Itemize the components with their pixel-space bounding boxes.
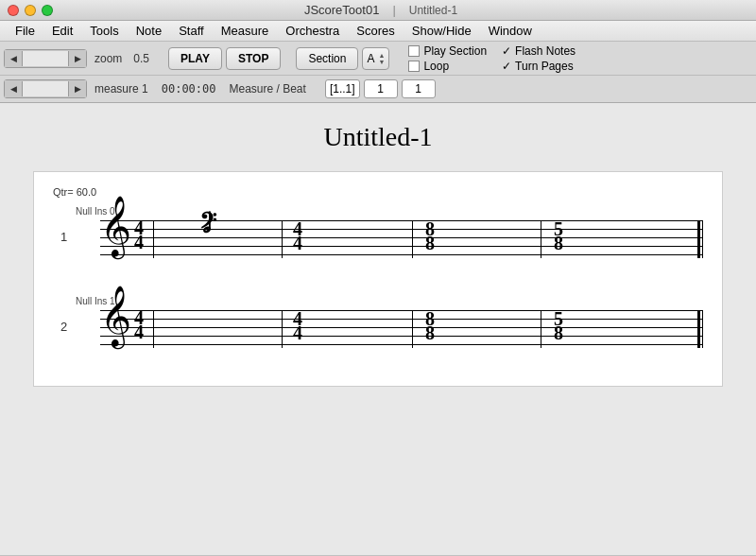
scroll-track-bottom[interactable]: [22, 81, 69, 96]
barline-m4-2: [541, 310, 541, 348]
checked-options-group: ✓ Flash Notes ✓ Turn Pages: [502, 44, 576, 73]
staff-system-1: 1 Null Ins 0 𝄞 4 4 𝄢 𝅗𝅥: [53, 201, 703, 282]
scroll-control-bottom[interactable]: ◀ ▶: [4, 79, 87, 98]
toolbar-container: ◀ ▶ zoom 0.5 PLAY STOP Section A ▲ ▼ Pla…: [0, 42, 756, 103]
toolbar-row1: ◀ ▶ zoom 0.5 PLAY STOP Section A ▲ ▼ Pla…: [0, 42, 756, 76]
window-title: Untitled-1: [409, 4, 457, 17]
time-display: 00:00:00: [162, 82, 216, 96]
menu-window[interactable]: Window: [481, 22, 540, 41]
flash-notes-checkmark-icon: ✓: [502, 44, 511, 58]
staff-number-2: 2: [60, 320, 67, 334]
section-button[interactable]: Section: [296, 47, 358, 70]
menu-scores[interactable]: Scores: [349, 22, 402, 41]
scroll-right-btn2[interactable]: ▶: [69, 80, 86, 97]
scroll-track-top[interactable]: [22, 51, 69, 66]
score-title: Untitled-1: [323, 122, 432, 152]
barline-end-thick-1: [697, 220, 700, 258]
beat-input1[interactable]: 1: [364, 79, 398, 98]
minimize-button[interactable]: [25, 5, 36, 16]
stop-button[interactable]: STOP: [226, 47, 281, 70]
title-bar: JScoreToot01 | Untitled-1: [0, 0, 756, 21]
maximize-button[interactable]: [42, 5, 53, 16]
time-m3-bot-1: 8: [425, 233, 435, 254]
time-m4-bot-2: 8: [554, 322, 563, 344]
barline-m3-2: [412, 310, 413, 348]
score-area: Qtr= 60.0 1 Null Ins 0 𝄞 4 4: [33, 171, 723, 387]
close-button[interactable]: [8, 5, 19, 16]
loop-label: Loop: [423, 60, 449, 73]
barline-m4-1: [541, 220, 541, 258]
zoom-label: zoom: [94, 52, 122, 65]
menu-tools[interactable]: Tools: [82, 22, 126, 41]
barline-m2-2: [282, 310, 283, 348]
treble-clef-1: 𝄞: [100, 200, 131, 252]
menu-showhide[interactable]: Show/Hide: [404, 22, 479, 41]
loop-checkbox[interactable]: [408, 61, 420, 72]
time-m2-bot-2: 4: [293, 322, 302, 344]
menu-edit[interactable]: Edit: [44, 22, 80, 41]
loop-row: Loop: [408, 60, 487, 73]
play-section-row: Play Section: [408, 44, 487, 58]
barline-start-2: [153, 310, 154, 348]
staff-system-2: 2 Null Ins 1 𝄞 4 4 4 4: [53, 291, 703, 372]
zoom-value: 0.5: [133, 52, 149, 65]
turn-pages-checkmark-icon: ✓: [502, 60, 511, 73]
app-title-area: JScoreToot01 | Untitled-1: [299, 3, 457, 17]
turn-pages-row: ✓ Turn Pages: [502, 60, 576, 73]
app-name: JScoreToot01: [304, 3, 380, 17]
play-section-checkbox[interactable]: [408, 45, 420, 57]
barline-m3-1: [412, 220, 413, 258]
section-select[interactable]: A ▲ ▼: [362, 47, 389, 70]
window-controls: [8, 5, 53, 16]
section-arrows-icon[interactable]: ▲ ▼: [378, 52, 385, 65]
time-m4-bot-1: 8: [554, 233, 563, 254]
beat-label: Measure / Beat: [230, 82, 306, 96]
scroll-right-btn[interactable]: ▶: [69, 50, 86, 67]
chord-m1-s1: 𝄢: [199, 209, 216, 240]
menu-file[interactable]: File: [8, 22, 43, 41]
barline-end-1: [702, 220, 703, 258]
flash-notes-row: ✓ Flash Notes: [502, 44, 576, 58]
menu-measure[interactable]: Measure: [214, 22, 277, 41]
main-content: Untitled-1 Qtr= 60.0 1 Null Ins 0 𝄞 4 4: [0, 103, 756, 555]
menu-staff[interactable]: Staff: [171, 22, 212, 41]
barline-m2-1: [282, 220, 283, 258]
staff-lines-1: [100, 220, 703, 263]
staff-number-1: 1: [60, 230, 67, 244]
time-sig-bottom-2: 4: [134, 322, 144, 341]
checkbox-group-left: Play Section Loop: [408, 44, 487, 73]
menu-bar: File Edit Tools Note Staff Measure Orche…: [0, 21, 756, 42]
barline-end-thick-2: [697, 310, 700, 348]
scroll-control-top[interactable]: ◀ ▶: [4, 49, 87, 68]
turn-pages-label: Turn Pages: [515, 60, 574, 73]
section-value: A: [367, 52, 374, 65]
staff-lines-2: [100, 310, 703, 353]
tempo-marking: Qtr= 60.0: [53, 186, 703, 198]
time-m2-bot-1: 4: [293, 233, 302, 254]
range-display: [1..1]: [325, 79, 360, 98]
barline-start-1: [153, 220, 154, 258]
flash-notes-label: Flash Notes: [515, 44, 576, 58]
time-m3-bot-2: 8: [425, 322, 435, 344]
scroll-left-btn2[interactable]: ◀: [5, 80, 22, 97]
treble-clef-2: 𝄞: [100, 289, 131, 342]
measure-position-label: measure 1: [94, 82, 148, 96]
beat-input2[interactable]: 1: [402, 79, 436, 98]
play-button[interactable]: PLAY: [168, 47, 222, 70]
play-section-label: Play Section: [423, 44, 487, 58]
time-sig-bottom-1: 4: [134, 233, 144, 252]
menu-note[interactable]: Note: [129, 22, 169, 41]
scroll-left-btn[interactable]: ◀: [5, 50, 22, 67]
toolbar-row2: ◀ ▶ measure 1 00:00:00 Measure / Beat [1…: [0, 76, 756, 102]
menu-orchestra[interactable]: Orchestra: [278, 22, 347, 41]
barline-end-2: [702, 310, 703, 348]
